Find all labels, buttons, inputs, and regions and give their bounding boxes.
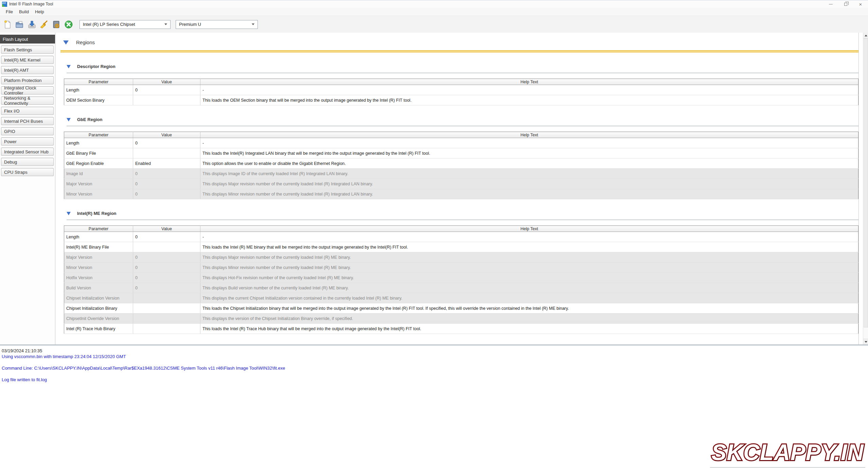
value-cell[interactable]: 0 bbox=[133, 189, 200, 199]
parameter-cell: OEM Section Binary bbox=[64, 95, 133, 105]
help-text-cell: This loads the Intel(R) Integrated LAN b… bbox=[200, 148, 858, 158]
column-header-help-text: Help Text bbox=[200, 226, 858, 232]
table-row: Minor Version 0 This displays Minor revi… bbox=[64, 263, 858, 273]
sidebar-item-power[interactable]: Power bbox=[1, 137, 54, 146]
table-row: Build Version 0 This displays Build vers… bbox=[64, 283, 858, 293]
sidebar-item-label: Intel(R) AMT bbox=[4, 68, 29, 73]
save-image-icon bbox=[27, 20, 37, 29]
sidebar-item-internal-pch-buses[interactable]: Internal PCH Buses bbox=[1, 117, 54, 125]
close-image-icon bbox=[64, 20, 73, 29]
sidebar-item-label: Flash Layout bbox=[3, 37, 28, 42]
region-section: Intel(R) ME Region Parameter Value Help … bbox=[60, 211, 858, 334]
value-cell[interactable] bbox=[133, 95, 200, 105]
build-settings-button[interactable] bbox=[51, 19, 61, 30]
app-fit-icon: FIT bbox=[2, 2, 7, 7]
value-cell[interactable]: 0 bbox=[133, 85, 200, 95]
parameter-cell: ChipsetInit Override Version bbox=[64, 314, 133, 324]
parameter-table: Parameter Value Help Text Length 0 - OEM… bbox=[64, 79, 858, 105]
help-text-cell: This displays Minor revision number of t… bbox=[200, 263, 858, 273]
value-cell[interactable]: 0 bbox=[133, 179, 200, 189]
sidebar-item-label: Debug bbox=[4, 159, 17, 165]
chipset-select-value: Intel (R) LP Series Chipset bbox=[83, 22, 135, 27]
watermark-text: SKCLAPPY.IN bbox=[711, 440, 864, 465]
parameter-cell: Length bbox=[64, 138, 133, 148]
log-line bbox=[2, 359, 868, 365]
value-cell[interactable]: 0 bbox=[133, 232, 200, 242]
parameter-cell: Chipset Initialization Version bbox=[64, 293, 133, 303]
scrollbar-thumb[interactable] bbox=[864, 38, 868, 327]
sku-select[interactable]: Premium U bbox=[176, 20, 258, 29]
log-line: Log file written to fit.log bbox=[2, 377, 868, 383]
value-cell[interactable]: Enabled bbox=[133, 158, 200, 169]
sidebar-item-integrated-sensor-hub[interactable]: Integrated Sensor Hub bbox=[1, 148, 54, 156]
scroll-up-button[interactable] bbox=[863, 33, 868, 38]
clean-build-button[interactable] bbox=[39, 19, 49, 30]
value-cell[interactable]: 0 bbox=[133, 138, 200, 148]
close-image-button[interactable] bbox=[63, 19, 74, 30]
value-cell[interactable]: 0 bbox=[133, 263, 200, 273]
section-header[interactable]: GbE Region bbox=[67, 117, 858, 122]
collapse-triangle-icon bbox=[67, 65, 71, 68]
help-text-cell: This loads the Chipset Initialization bi… bbox=[200, 303, 858, 314]
restore-icon bbox=[844, 3, 847, 6]
regions-divider bbox=[60, 50, 858, 52]
value-cell[interactable] bbox=[133, 303, 200, 314]
sidebar-item-gpio[interactable]: GPIO bbox=[1, 127, 54, 135]
sku-select-value: Premium U bbox=[179, 22, 201, 27]
sidebar-item-networking-connectivity[interactable]: Networking & Connectivity bbox=[1, 97, 54, 105]
minimize-button[interactable] bbox=[823, 0, 838, 8]
menu-bar: File Build Help bbox=[0, 8, 868, 16]
save-image-button[interactable] bbox=[26, 19, 37, 30]
sidebar-item-intel-r-amt[interactable]: Intel(R) AMT bbox=[1, 66, 54, 74]
value-cell[interactable] bbox=[133, 148, 200, 158]
close-icon: × bbox=[859, 2, 862, 7]
toolbar: Intel (R) LP Series Chipset Premium U bbox=[0, 16, 868, 33]
sidebar-item-label: Networking & Connectivity bbox=[4, 96, 53, 106]
sidebar-item-label: Integrated Clock Controller bbox=[4, 85, 53, 96]
value-cell[interactable] bbox=[133, 314, 200, 324]
value-cell[interactable] bbox=[133, 324, 200, 334]
menu-file[interactable]: File bbox=[3, 9, 16, 15]
value-cell[interactable]: 0 bbox=[133, 273, 200, 283]
value-cell[interactable]: 0 bbox=[133, 283, 200, 293]
menu-help[interactable]: Help bbox=[32, 9, 47, 15]
scroll-down-button[interactable] bbox=[863, 339, 868, 344]
parameter-cell: Major Version bbox=[64, 252, 133, 263]
regions-header[interactable]: Regions bbox=[63, 39, 858, 45]
minimize-icon bbox=[829, 4, 833, 4]
sidebar-item-platform-protection[interactable]: Platform Protection bbox=[1, 76, 54, 84]
help-text-cell: This displays the version of the Chipset… bbox=[200, 314, 858, 324]
parameter-cell: Major Version bbox=[64, 179, 133, 189]
chipset-select[interactable]: Intel (R) LP Series Chipset bbox=[79, 20, 171, 29]
help-text-cell: This displays Major revision number of t… bbox=[200, 179, 858, 189]
section-title: Descriptor Region bbox=[77, 64, 116, 69]
chevron-down-icon bbox=[252, 23, 254, 25]
restore-button[interactable] bbox=[838, 0, 853, 8]
section-header[interactable]: Descriptor Region bbox=[67, 64, 858, 69]
window-title: Intel ® Flash Image Tool bbox=[9, 2, 53, 6]
help-text-cell: - bbox=[200, 232, 858, 242]
open-image-button[interactable] bbox=[14, 19, 25, 30]
menu-build[interactable]: Build bbox=[16, 9, 32, 15]
sidebar-item-intel-r-me-kernel[interactable]: Intel(R) ME Kernel bbox=[1, 56, 54, 64]
column-header-help-text: Help Text bbox=[200, 132, 858, 138]
sidebar-item-flash-settings[interactable]: Flash Settings bbox=[1, 46, 54, 54]
sidebar-item-integrated-clock-controller[interactable]: Integrated Clock Controller bbox=[1, 86, 54, 95]
vertical-scrollbar[interactable] bbox=[863, 33, 868, 344]
sidebar-item-cpu-straps[interactable]: CPU Straps bbox=[1, 168, 54, 176]
sidebar-item-flash-layout[interactable]: Flash Layout bbox=[0, 35, 55, 44]
table-row: Chipset Initialization Binary This loads… bbox=[64, 303, 858, 314]
close-button[interactable]: × bbox=[853, 0, 868, 8]
new-image-button[interactable] bbox=[2, 19, 13, 30]
content-area: Regions Descriptor Region Parameter Valu… bbox=[56, 33, 863, 344]
value-cell[interactable]: 0 bbox=[133, 252, 200, 263]
table-row: GbE Region Enable Enabled This option al… bbox=[64, 158, 858, 169]
section-header[interactable]: Intel(R) ME Region bbox=[67, 211, 858, 216]
sidebar-item-label: Flash Settings bbox=[4, 47, 32, 52]
value-cell[interactable] bbox=[133, 242, 200, 252]
sidebar-item-debug[interactable]: Debug bbox=[1, 158, 54, 166]
value-cell[interactable] bbox=[133, 293, 200, 303]
value-cell[interactable]: 0 bbox=[133, 169, 200, 179]
sidebar-item-flex-i-o[interactable]: Flex I/O bbox=[1, 107, 54, 115]
log-line: Using vsccommn.bin with timestamp 23:24:… bbox=[2, 354, 868, 359]
